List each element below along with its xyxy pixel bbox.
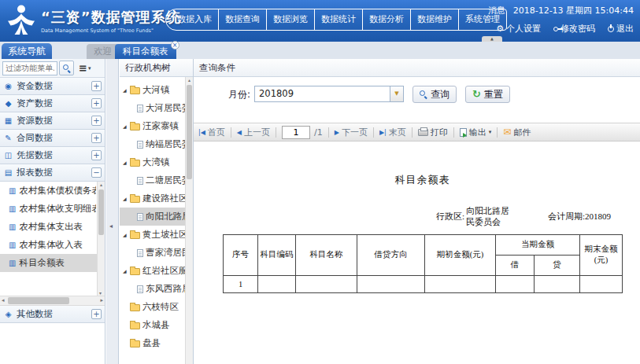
nav-data-maintenance[interactable]: 数据维护 bbox=[411, 9, 459, 30]
file-icon bbox=[137, 105, 143, 112]
nav-data-statistics[interactable]: 数据统计 bbox=[315, 9, 363, 30]
tree-node-community[interactable]: ◢红岩社区服务中心 bbox=[120, 262, 193, 280]
nav-data-entry[interactable]: 数据入库 bbox=[166, 9, 219, 30]
tree-node-community[interactable]: ◢黄土坡社区服务中心 bbox=[120, 226, 193, 244]
tree-scrollbar[interactable]: ▴ bbox=[185, 77, 193, 364]
cell-begin bbox=[425, 275, 496, 292]
collapse-left-icon[interactable]: ◂ bbox=[109, 222, 113, 230]
col-seq: 序号 bbox=[224, 234, 258, 275]
menu-item-income-table[interactable]: ▥ 农村集体收入表 bbox=[0, 236, 105, 254]
scroll-right-icon[interactable]: ▸ bbox=[100, 296, 103, 305]
logout-link[interactable]: 退出 bbox=[608, 23, 634, 35]
sidebar-horizontal-scrollbar[interactable]: ◂ ▸ bbox=[0, 296, 105, 306]
filter-search-button[interactable] bbox=[59, 61, 74, 75]
last-page-button[interactable]: ▶|末页 bbox=[379, 127, 406, 138]
col-begin-amount: 期初金额(元) bbox=[425, 234, 496, 275]
tree-node-committee[interactable]: 东风西路居民委员会 bbox=[120, 280, 193, 298]
expand-plus-icon[interactable]: + bbox=[91, 150, 102, 160]
header-collapse-handle[interactable]: ▲ bbox=[482, 36, 502, 42]
sidebar-group-contracts[interactable]: ✎ 合同数据 + bbox=[0, 130, 105, 147]
close-tab-icon[interactable]: × bbox=[171, 41, 179, 50]
expand-plus-icon[interactable]: + bbox=[91, 309, 102, 319]
org-tree-panel: 行政机构树 ◢大河镇 大河居民委员会 ◢汪家寨镇 纳福居民委员会 ◢大湾镇 二塘… bbox=[120, 59, 194, 364]
panel-splitter[interactable]: ◂ bbox=[106, 59, 119, 364]
folder-icon bbox=[130, 268, 140, 275]
prev-page-button[interactable]: ◀上一页 bbox=[237, 127, 270, 138]
tree-node-community[interactable]: ◢建设路社区服务中心 bbox=[120, 189, 193, 208]
sidebar-group-reports[interactable]: ▤ 报表数据 − bbox=[0, 164, 105, 182]
tab-subject-balance[interactable]: 科目余额表 × bbox=[115, 44, 176, 59]
tree-node-town[interactable]: ◢汪家寨镇 bbox=[120, 117, 193, 135]
first-page-button[interactable]: |◀首页 bbox=[198, 127, 225, 138]
menu-options-button[interactable]: ≡▾ bbox=[79, 62, 91, 74]
nav-data-browse[interactable]: 数据浏览 bbox=[267, 9, 315, 30]
mail-button[interactable]: ✉邮件 bbox=[503, 127, 531, 138]
search-icon bbox=[420, 90, 427, 98]
tree-node-committee-selected[interactable]: 向阳北路居民委员会 bbox=[120, 208, 193, 226]
month-select[interactable]: 201809 ▼ bbox=[254, 86, 404, 102]
table-row: 1 bbox=[224, 275, 623, 292]
sidebar-filter-row: ≡▾ bbox=[0, 59, 105, 78]
scroll-up-icon[interactable]: ▴ bbox=[188, 77, 191, 83]
export-button[interactable]: 输出▾ bbox=[460, 127, 492, 138]
gear-icon: ⚙ bbox=[496, 24, 504, 34]
sidebar-group-funds[interactable]: ◉ 资金数据 + bbox=[0, 78, 105, 95]
sidebar-group-resources[interactable]: ▦ 资源数据 + bbox=[0, 112, 105, 130]
system-navigation-tab[interactable]: 系统导航 bbox=[2, 43, 52, 59]
menu-item-expense-table[interactable]: ▥ 农村集体支出表 bbox=[0, 218, 105, 236]
expand-arrow-icon[interactable]: ◢ bbox=[123, 268, 130, 274]
key-icon bbox=[553, 27, 558, 31]
submenu-scrollbar[interactable]: ▴ ▾ bbox=[97, 182, 105, 296]
expand-arrow-icon[interactable]: ◢ bbox=[123, 196, 130, 201]
nav-data-query[interactable]: 数据查询 bbox=[219, 9, 267, 30]
tree-node-county[interactable]: 水城县 bbox=[120, 316, 193, 334]
tab-welcome[interactable]: 欢迎 bbox=[87, 44, 119, 59]
personal-settings-link[interactable]: ⚙个人设置 bbox=[496, 23, 541, 35]
expand-plus-icon[interactable]: + bbox=[91, 98, 102, 108]
tree-node-committee[interactable]: 曹家湾居民委员会 bbox=[120, 244, 193, 262]
page-number-input[interactable] bbox=[282, 126, 310, 139]
expand-arrow-icon[interactable]: ◢ bbox=[123, 87, 130, 93]
folder-icon bbox=[130, 232, 140, 239]
tree-node-committee[interactable]: 二塘居民委员会 bbox=[120, 171, 193, 189]
file-icon bbox=[137, 285, 143, 293]
menu-item-income-expense-detail[interactable]: ▥ 农村集体收支明细表 bbox=[0, 200, 105, 218]
scroll-left-icon[interactable]: ◂ bbox=[2, 296, 5, 305]
sidebar-group-other[interactable]: ◈ 其他数据 + bbox=[0, 306, 105, 323]
month-label: 月份: bbox=[228, 86, 250, 103]
tree-node-county[interactable]: 盘县 bbox=[120, 334, 193, 352]
menu-filter-input[interactable] bbox=[2, 61, 57, 75]
expand-arrow-icon[interactable]: ◢ bbox=[123, 123, 130, 129]
print-button[interactable]: 打印 bbox=[418, 127, 448, 138]
nav-data-analysis[interactable]: 数据分析 bbox=[363, 9, 411, 30]
dropdown-arrow-icon[interactable]: ▼ bbox=[390, 86, 403, 101]
collapse-minus-icon[interactable]: − bbox=[91, 167, 102, 178]
expand-plus-icon[interactable]: + bbox=[91, 81, 102, 91]
cell-end bbox=[580, 275, 623, 292]
main-panel: 查询条件 月份: 201809 ▼ 查询 ↻ 重置 |◀首页 ◀上一页 /1 bbox=[194, 59, 640, 364]
reset-button[interactable]: ↻ 重置 bbox=[465, 86, 510, 103]
tree-node-committee[interactable]: 纳福居民委员会 bbox=[120, 135, 193, 153]
tree-node-district[interactable]: 六枝特区 bbox=[120, 298, 193, 316]
tree-node-town[interactable]: ◢大湾镇 bbox=[120, 153, 193, 171]
menu-item-debt-table[interactable]: ▥ 农村集体债权债务表 bbox=[0, 182, 105, 200]
tree-node-town[interactable]: ◢大河镇 bbox=[120, 81, 193, 99]
message-link[interactable]: 消息 bbox=[488, 5, 505, 17]
sidebar-group-vouchers[interactable]: ◫ 凭据数据 + bbox=[0, 147, 105, 164]
expand-arrow-icon[interactable]: ◢ bbox=[123, 232, 130, 237]
sidebar-group-assets[interactable]: ◆ 资产数据 + bbox=[0, 95, 105, 112]
expand-plus-icon[interactable]: + bbox=[91, 133, 102, 143]
export-doc-icon bbox=[460, 128, 467, 137]
next-page-button[interactable]: ▶下一页 bbox=[335, 127, 368, 138]
report-doc-icon: ▥ bbox=[9, 241, 16, 249]
expand-arrow-icon[interactable]: ◢ bbox=[123, 160, 130, 165]
scroll-up-icon[interactable]: ▴ bbox=[100, 182, 102, 187]
voucher-node-icon: ◫ bbox=[3, 151, 13, 160]
search-button[interactable]: 查询 bbox=[412, 86, 457, 103]
scroll-down-icon[interactable]: ▾ bbox=[99, 290, 102, 296]
app-logo: “三资”数据管理系统 Data Management System of "Th… bbox=[6, 4, 181, 38]
tree-node-committee[interactable]: 大河居民委员会 bbox=[120, 99, 193, 117]
menu-item-subject-balance[interactable]: ▥ 科目余额表 bbox=[0, 254, 105, 272]
expand-plus-icon[interactable]: + bbox=[91, 116, 102, 126]
change-password-link[interactable]: 修改密码 bbox=[553, 23, 595, 35]
